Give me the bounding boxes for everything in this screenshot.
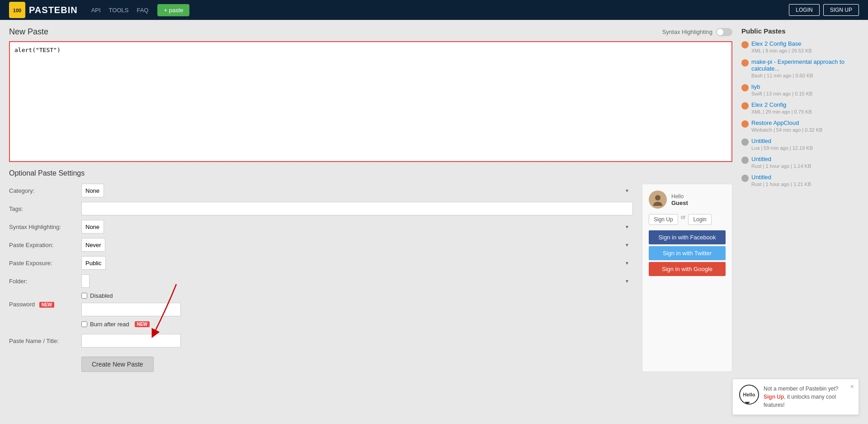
logo-area: 100 PASTEBIN <box>9 2 78 18</box>
paste-item-icon <box>741 41 749 48</box>
paste-item-icon <box>741 102 749 110</box>
burn-label: Burn after read <box>90 321 129 328</box>
paste-item-name[interactable]: Elex 2 Config Base <box>751 40 812 47</box>
paste-item-meta: Rust | 1 hour ago | 1.14 KB <box>751 163 811 169</box>
login-button[interactable]: LOGIN <box>789 4 819 16</box>
paste-item-meta: XML | 29 min ago | 0.79 KB <box>751 109 812 114</box>
tags-input[interactable] <box>81 202 633 215</box>
disabled-checkbox[interactable] <box>81 293 87 299</box>
burn-new-badge: NEW <box>135 321 150 327</box>
new-paste-header-button[interactable]: + paste <box>157 4 189 16</box>
burn-checkbox-row: Burn after read NEW <box>81 321 633 328</box>
new-paste-header: New Paste Syntax Highlighting <box>9 27 732 37</box>
paste-item-icon <box>741 120 749 128</box>
paste-item-name[interactable]: Untitled <box>751 156 811 162</box>
nav-tools[interactable]: TOOLS <box>109 7 129 14</box>
or-text: or <box>681 214 686 225</box>
syntax-row: Syntax Highlighting: None <box>9 220 633 233</box>
google-signin-button[interactable]: Sign in with Google <box>649 262 726 276</box>
paste-item-info: Untitled Rust | 1 hour ago | 1.14 KB <box>751 156 811 169</box>
expiration-select-wrapper: Never <box>81 238 633 252</box>
paste-item-icon <box>741 175 749 182</box>
category-select[interactable]: None <box>81 184 104 197</box>
header: 100 PASTEBIN API TOOLS FAQ + paste LOGIN… <box>0 0 868 20</box>
category-label: Category: <box>9 187 81 194</box>
category-select-wrapper: None <box>81 184 633 197</box>
signup-small-btn[interactable]: Sign Up <box>649 214 678 225</box>
main-container: New Paste Syntax Highlighting alert("TES… <box>0 20 868 379</box>
folder-row: Folder: <box>9 274 633 288</box>
expiration-label: Paste Expiration: <box>9 242 81 248</box>
paste-item-meta: Lua | 59 min ago | 12.19 KB <box>751 145 813 151</box>
create-paste-button[interactable]: Create New Paste <box>81 357 154 372</box>
paste-item-info: Elex 2 Config Base XML | 8 min ago | 29.… <box>751 40 812 54</box>
header-right: LOGIN SIGN UP <box>789 4 859 16</box>
syntax-toggle-switch[interactable] <box>716 28 732 36</box>
nav-links: API TOOLS FAQ <box>91 7 149 14</box>
syntax-highlighting-label: Syntax Highlighting <box>662 29 712 35</box>
paste-item-name[interactable]: Elex 2 Config <box>751 101 812 108</box>
auth-buttons: Sign Up or Login <box>649 214 726 225</box>
login-small-btn[interactable]: Login <box>688 214 711 225</box>
guest-name: Guest <box>671 200 688 206</box>
paste-item-info: Restore AppCloud Winbatch | 54 min ago |… <box>751 119 822 133</box>
paste-item-info: Untitled Rust | 1 hour ago | 1.21 KB <box>751 174 811 187</box>
svg-point-4 <box>653 202 662 206</box>
paste-item-meta: Swift | 13 min ago | 0.15 KB <box>751 91 812 96</box>
paste-name-label: Paste Name / Title: <box>9 338 81 344</box>
folder-select-wrapper <box>81 274 633 288</box>
list-item: Untitled Rust | 1 hour ago | 1.21 KB <box>741 174 859 187</box>
list-item: liyb Swift | 13 min ago | 0.15 KB <box>741 83 859 97</box>
expiration-row: Paste Expiration: Never <box>9 238 633 252</box>
password-input[interactable] <box>81 303 181 316</box>
exposure-row: Paste Exposure: Public <box>9 256 633 270</box>
paste-editor-container: alert("TEST") <box>9 41 732 162</box>
facebook-signin-button[interactable]: Sign in with Facebook <box>649 230 726 244</box>
list-item: make-pi - Experimental approach to calcu… <box>741 58 859 79</box>
paste-item-name[interactable]: Restore AppCloud <box>751 119 822 126</box>
nav-faq[interactable]: FAQ <box>137 7 148 14</box>
sidebar: Public Pastes Elex 2 Config Base XML | 8… <box>741 27 859 372</box>
paste-item-info: liyb Swift | 13 min ago | 0.15 KB <box>751 83 812 97</box>
paste-item-icon <box>741 138 749 146</box>
paste-item-icon <box>741 84 749 91</box>
paste-item-name[interactable]: make-pi - Experimental approach to calcu… <box>751 58 859 72</box>
paste-item-icon <box>741 59 749 67</box>
svg-text:100: 100 <box>13 8 21 13</box>
expiration-select[interactable]: Never <box>81 238 105 252</box>
optional-settings-title: Optional Paste Settings <box>9 169 732 177</box>
logo-icon: 100 <box>9 2 25 18</box>
signup-button[interactable]: SIGN UP <box>823 4 859 16</box>
paste-item-info: make-pi - Experimental approach to calcu… <box>751 58 859 79</box>
exposure-select[interactable]: Public <box>81 256 106 270</box>
exposure-select-wrapper: Public <box>81 256 633 270</box>
paste-list: Elex 2 Config Base XML | 8 min ago | 29.… <box>741 40 859 187</box>
paste-name-input[interactable] <box>81 334 181 348</box>
folder-select[interactable] <box>81 274 90 288</box>
logo-text: PASTEBIN <box>29 5 78 15</box>
paste-name-with-arrow <box>81 334 181 348</box>
burn-section: Burn after read NEW <box>81 321 633 328</box>
guest-header: Hello Guest <box>649 191 726 209</box>
new-paste-label: New Paste <box>9 27 48 37</box>
syntax-highlighting-toggle: Syntax Highlighting <box>662 28 732 36</box>
paste-item-meta: Rust | 1 hour ago | 1.21 KB <box>751 181 811 187</box>
twitter-signin-button[interactable]: Sign in with Twitter <box>649 246 726 260</box>
paste-editor[interactable]: alert("TEST") <box>10 42 731 160</box>
paste-item-info: Elex 2 Config XML | 29 min ago | 0.79 KB <box>751 101 812 115</box>
paste-name-row: Paste Name / Title: <box>9 334 633 348</box>
paste-item-name[interactable]: Untitled <box>751 138 813 144</box>
settings-and-login: Category: None Tags: Syntax Highlighting… <box>9 184 732 372</box>
paste-item-name[interactable]: Untitled <box>751 174 811 181</box>
disabled-label: Disabled <box>90 292 113 299</box>
folder-label: Folder: <box>9 278 81 285</box>
list-item: Restore AppCloud Winbatch | 54 min ago |… <box>741 119 859 133</box>
paste-item-name[interactable]: liyb <box>751 83 812 90</box>
disabled-checkbox-row: Disabled <box>81 292 181 299</box>
password-row: Password NEW Disabled <box>9 292 633 316</box>
syntax-select[interactable]: None <box>81 220 104 233</box>
nav-api[interactable]: API <box>91 7 101 14</box>
burn-checkbox[interactable] <box>81 321 87 327</box>
syntax-select-wrapper: None <box>81 220 633 233</box>
paste-item-icon <box>741 157 749 164</box>
